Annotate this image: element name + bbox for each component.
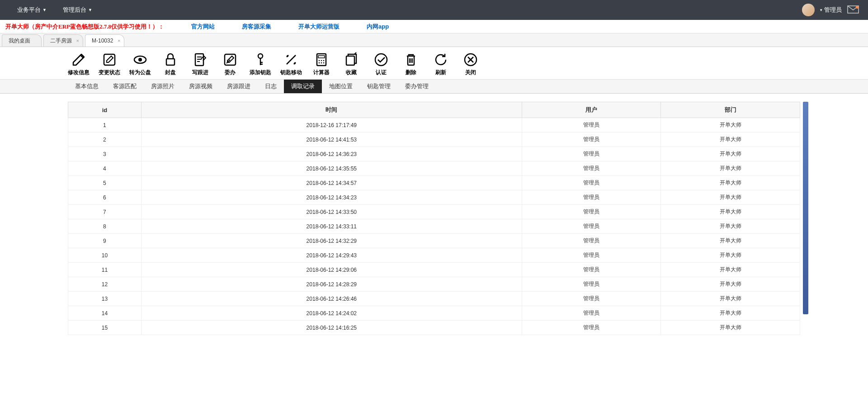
table-row[interactable]: 92018-06-12 14:32:29管理员开单大师 (68, 234, 800, 248)
nav-menu-business[interactable]: 业务平台 ▼ (9, 0, 55, 20)
delegate-icon (222, 52, 238, 68)
doc-tab-2[interactable]: M-10032× (85, 34, 124, 47)
cell-user: 管理员 (522, 321, 661, 335)
cell-time: 2018-06-12 14:29:43 (141, 248, 522, 263)
cell-id: 8 (68, 219, 142, 234)
table-row[interactable]: 52018-06-12 14:34:57管理员开单大师 (68, 176, 800, 190)
doc-tab-1[interactable]: 二手房源× (43, 34, 83, 47)
favorite-icon (343, 52, 359, 68)
write-followup-icon (192, 52, 208, 68)
table-header-1: 时间 (141, 102, 522, 118)
table-row[interactable]: 102018-06-12 14:29:43管理员开单大师 (68, 248, 800, 263)
subtab-2[interactable]: 房源照片 (144, 80, 182, 93)
add-key-button[interactable]: 添加钥匙 (250, 52, 271, 76)
table-header-2: 用户 (522, 102, 661, 118)
cell-time: 2018-06-12 14:34:23 (141, 190, 522, 205)
user-menu[interactable]: ▾ 管理员 (820, 6, 842, 14)
edit-info-button[interactable]: 修改信息 (68, 52, 90, 76)
cell-user: 管理员 (522, 248, 661, 263)
subtab-8[interactable]: 钥匙管理 (360, 80, 398, 93)
subtab-3[interactable]: 房源视频 (182, 80, 220, 93)
cell-id: 15 (68, 321, 142, 335)
close-icon[interactable]: × (76, 38, 79, 43)
subtab-6[interactable]: 调取记录 (284, 80, 322, 93)
table-row[interactable]: 72018-06-12 14:33:50管理员开单大师 (68, 205, 800, 219)
avatar[interactable] (802, 4, 815, 16)
tool-label: 刷新 (435, 69, 446, 76)
cell-dept: 开单大师 (661, 219, 800, 234)
table-row[interactable]: 62018-06-12 14:34:23管理员开单大师 (68, 190, 800, 205)
edit-info-icon (71, 52, 87, 68)
subtab-1[interactable]: 客源匹配 (106, 80, 144, 93)
table-row[interactable]: 112018-06-12 14:29:06管理员开单大师 (68, 263, 800, 277)
seal-button[interactable]: 封盘 (160, 52, 181, 76)
cell-dept: 开单大师 (661, 277, 800, 292)
doc-tab-0[interactable]: 我的桌面 (2, 34, 42, 47)
table-row[interactable]: 22018-06-12 14:41:53管理员开单大师 (68, 132, 800, 147)
cell-time: 2018-06-12 14:41:53 (141, 132, 522, 147)
cell-dept: 开单大师 (661, 321, 800, 335)
cell-dept: 开单大师 (661, 161, 800, 176)
nav-menu-admin[interactable]: 管理后台 ▼ (55, 0, 100, 20)
to-public-button[interactable]: 转为公盘 (129, 52, 151, 76)
cell-user: 管理员 (522, 234, 661, 248)
announce-link-ops[interactable]: 开单大师运营版 (298, 23, 340, 31)
navbar-left: 业务平台 ▼ 管理后台 ▼ (9, 0, 100, 20)
cell-user: 管理员 (522, 147, 661, 161)
close-icon (462, 52, 479, 68)
cell-time: 2018-06-12 14:26:46 (141, 292, 522, 306)
cell-time: 2018-06-12 14:35:55 (141, 161, 522, 176)
table-row[interactable]: 122018-06-12 14:28:29管理员开单大师 (68, 277, 800, 292)
cell-dept: 开单大师 (661, 306, 800, 321)
subtab-4[interactable]: 房源跟进 (220, 80, 258, 93)
delete-button[interactable]: 删除 (401, 52, 421, 76)
cell-user: 管理员 (522, 263, 661, 277)
cell-user: 管理员 (522, 277, 661, 292)
subtab-5[interactable]: 日志 (258, 80, 284, 93)
cell-user: 管理员 (522, 161, 661, 176)
tool-label: 委办 (225, 69, 236, 76)
cell-id: 10 (68, 248, 142, 263)
delegate-button[interactable]: 委办 (220, 52, 241, 76)
close-icon[interactable]: × (118, 38, 120, 43)
cell-user: 管理员 (522, 190, 661, 205)
subtab-0[interactable]: 基本信息 (68, 80, 106, 93)
cell-time: 2018-06-12 14:28:29 (141, 277, 522, 292)
write-followup-button[interactable]: 写跟进 (190, 52, 211, 76)
table-row[interactable]: 82018-06-12 14:33:11管理员开单大师 (68, 219, 800, 234)
cell-user: 管理员 (522, 292, 661, 306)
navbar-right: ▾ 管理员 (802, 4, 859, 16)
subtab-9[interactable]: 委办管理 (398, 80, 436, 93)
cell-time: 2018-06-12 14:33:50 (141, 205, 522, 219)
tool-label: 修改信息 (68, 69, 90, 76)
subtab-7[interactable]: 地图位置 (322, 80, 360, 93)
calculator-button[interactable]: 计算器 (311, 52, 332, 76)
table-row[interactable]: 42018-06-12 14:35:55管理员开单大师 (68, 161, 800, 176)
announce-link-official[interactable]: 官方网站 (191, 23, 215, 31)
table-row[interactable]: 12018-12-16 17:17:49管理员开单大师 (68, 118, 800, 132)
tool-label: 钥匙移动 (280, 69, 302, 76)
cell-time: 2018-06-12 14:29:06 (141, 263, 522, 277)
announce-link-collect[interactable]: 房客源采集 (242, 23, 271, 31)
action-toolbar: 修改信息变更状态转为公盘封盘写跟进委办添加钥匙钥匙移动计算器收藏认证删除刷新关闭 (0, 47, 868, 80)
cell-time: 2018-06-12 14:34:57 (141, 176, 522, 190)
mail-icon[interactable] (847, 5, 859, 15)
change-status-button[interactable]: 变更状态 (99, 52, 120, 76)
table-row[interactable]: 132018-06-12 14:26:46管理员开单大师 (68, 292, 800, 306)
announce-link-intranet[interactable]: 内网app (367, 23, 389, 31)
tool-label: 封盘 (165, 69, 176, 76)
cell-dept: 开单大师 (661, 118, 800, 132)
cell-id: 9 (68, 234, 142, 248)
cell-dept: 开单大师 (661, 147, 800, 161)
table-row[interactable]: 142018-06-12 14:24:02管理员开单大师 (68, 306, 800, 321)
refresh-button[interactable]: 刷新 (430, 52, 451, 76)
cell-dept: 开单大师 (661, 190, 800, 205)
close-button[interactable]: 关闭 (460, 52, 481, 76)
favorite-button[interactable]: 收藏 (341, 52, 362, 76)
table-row[interactable]: 152018-06-12 14:16:25管理员开单大师 (68, 321, 800, 335)
verify-button[interactable]: 认证 (371, 52, 392, 76)
scrollbar[interactable] (803, 102, 808, 314)
table-row[interactable]: 32018-06-12 14:36:23管理员开单大师 (68, 147, 800, 161)
refresh-icon (433, 52, 449, 68)
key-move-button[interactable]: 钥匙移动 (280, 52, 302, 76)
